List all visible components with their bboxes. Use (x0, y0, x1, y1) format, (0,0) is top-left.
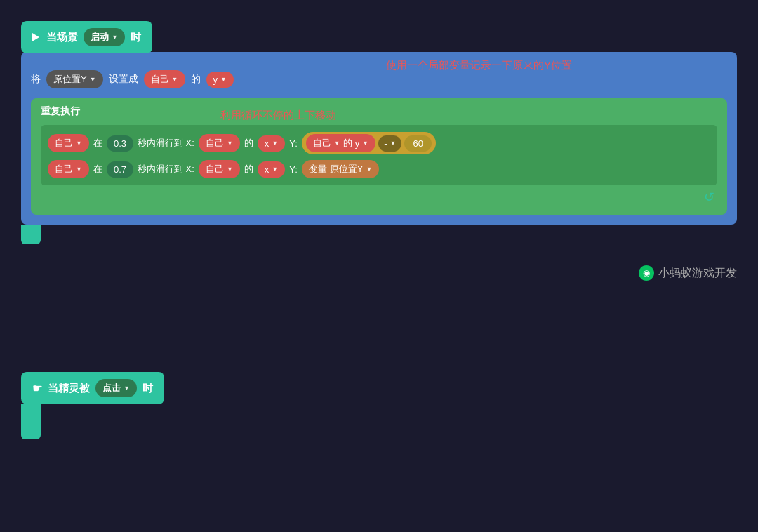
m1-time-unit: 秒内滑行到 X: (138, 137, 194, 149)
repeat-inner: 自己 ▼ 在 0.3 秒内滑行到 X: 自己 ▼ 的 x (41, 125, 717, 185)
main-container: 当场景 启动 ▼ 时 使用一个局部变量记录一下原来的Y位置 将 原位置Y ▼ 设… (0, 0, 758, 293)
comment2: 利用循环不停的上下移动 (220, 109, 336, 122)
m1-x-prop-dropdown[interactable]: x ▼ (258, 135, 285, 152)
m1-minus-dropdown[interactable]: - ▼ (378, 135, 401, 152)
prop-dropdown[interactable]: y ▼ (206, 72, 234, 88)
m1-x-of: 的 (244, 137, 253, 149)
scene-event-block[interactable]: 当场景 启动 ▼ 时 (21, 21, 152, 53)
m1-subject-dropdown[interactable]: 自己 ▼ (48, 134, 89, 152)
m1-y-self-dropdown[interactable]: 自己 ▼ 的 y ▼ (306, 134, 375, 152)
m2-y-var-dropdown[interactable]: 变量 原位置Y ▼ (302, 160, 380, 178)
sprite-event-label: 当精灵被 (48, 382, 90, 395)
var-name-dropdown[interactable]: 原位置Y ▼ (46, 70, 103, 88)
repeat-block: 重复执行 利用循环不停的上下移动 自己 ▼ 在 0.3 秒内滑行到 X: (31, 98, 727, 215)
cursor-icon: ☛ (32, 382, 42, 395)
motion-row-1: 自己 ▼ 在 0.3 秒内滑行到 X: 自己 ▼ 的 x (48, 132, 710, 154)
m2-x-of: 的 (244, 163, 253, 175)
m2-x-self-dropdown[interactable]: 自己 ▼ (199, 160, 240, 178)
m2-time-unit: 秒内滑行到 X: (138, 163, 194, 175)
m1-y-label: Y: (289, 138, 298, 149)
m2-time: 0.7 (107, 161, 133, 178)
sprite-trigger-dropdown[interactable]: 点击 ▼ (95, 379, 137, 397)
set-prefix: 将 (31, 73, 41, 86)
sprite-event-block[interactable]: ☛ 当精灵被 点击 ▼ 时 (21, 372, 164, 404)
play-icon (32, 32, 39, 44)
dropdown-arrow: ▼ (112, 34, 118, 41)
of-label: 的 (191, 73, 201, 86)
wechat-icon: ◉ (639, 265, 654, 281)
dropdown-arrow: ▼ (90, 76, 96, 83)
motion-row-2: 自己 ▼ 在 0.7 秒内滑行到 X: 自己 ▼ 的 x (48, 160, 710, 178)
sprite-event-suffix: 时 (142, 382, 153, 395)
set-variable-row: 将 原位置Y ▼ 设置成 自己 ▼ 的 y ▼ (31, 66, 727, 88)
comment1: 使用一个局部变量记录一下原来的Y位置 (386, 59, 572, 72)
m1-x-self-dropdown[interactable]: 自己 ▼ (199, 134, 240, 152)
m2-y-label: Y: (289, 164, 298, 175)
blue-container: 使用一个局部变量记录一下原来的Y位置 将 原位置Y ▼ 设置成 自己 ▼ 的 y… (21, 52, 737, 225)
first-block-group: 当场景 启动 ▼ 时 使用一个局部变量记录一下原来的Y位置 将 原位置Y ▼ 设… (21, 21, 737, 244)
watermark: ◉ 小蚂蚁游戏开发 (639, 265, 737, 281)
m1-y-expr: 自己 ▼ 的 y ▼ - ▼ 60 (302, 132, 436, 154)
dropdown-arrow: ▼ (220, 76, 227, 83)
second-block-group: ☛ 当精灵被 点击 ▼ 时 (21, 372, 164, 439)
m2-subject-dropdown[interactable]: 自己 ▼ (48, 160, 89, 178)
m1-in: 在 (93, 137, 102, 149)
dropdown-arrow: ▼ (124, 385, 130, 392)
scene-trigger-dropdown[interactable]: 启动 ▼ (84, 28, 125, 46)
watermark-text: 小蚂蚁游戏开发 (658, 266, 737, 281)
set-to-label: 设置成 (109, 73, 138, 86)
scene-event-label: 当场景 (46, 31, 78, 44)
m2-in: 在 (93, 163, 102, 175)
teal-stub-2 (21, 404, 41, 439)
m1-time: 0.3 (107, 135, 133, 152)
teal-stub-1 (21, 225, 41, 244)
m1-value: 60 (404, 135, 431, 152)
dropdown-arrow: ▼ (172, 76, 178, 83)
self-dropdown[interactable]: 自己 ▼ (144, 70, 185, 88)
scene-event-suffix: 时 (131, 31, 141, 44)
repeat-label: 重复执行 (41, 105, 80, 118)
m2-x-prop-dropdown[interactable]: x ▼ (258, 161, 285, 178)
loop-icon: ↺ (41, 189, 717, 205)
